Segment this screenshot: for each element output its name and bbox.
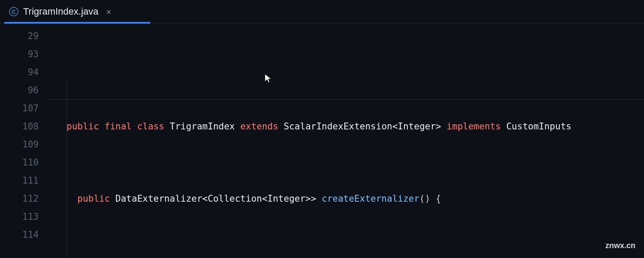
line-number: 114 [0,226,39,244]
line-number: 107 [0,99,39,117]
line-number: 93 [0,45,39,63]
code-line[interactable]: public final class TrigramIndex extends … [47,117,644,135]
line-number: 94 [0,63,39,81]
line-number: 113 [0,208,39,226]
line-number: 109 [0,135,39,154]
line-number: 29 [0,27,39,45]
line-number: 112 [0,190,39,208]
watermark: znwx.cn [605,241,635,250]
tab-bar: C TrigramIndex.java × [0,0,644,24]
indent-guide [67,81,67,258]
code-line[interactable]: public DataExternalizer<Collection<Integ… [47,190,644,208]
tab-active[interactable]: C TrigramIndex.java × [0,0,120,23]
line-number: 111 [0,172,39,190]
java-class-icon: C [9,6,19,17]
code-area[interactable]: public final class TrigramIndex extends … [47,24,644,258]
code-editor[interactable]: 29 93 94 96 107 108 109 110 111 112 113 … [0,24,644,258]
sticky-header-divider [47,99,644,100]
line-number: 110 [0,154,39,172]
tab-title: TrigramIndex.java [23,6,98,17]
svg-text:C: C [12,9,16,15]
line-number: 108 [0,117,39,135]
mouse-cursor-icon [264,73,273,84]
line-number [0,244,39,258]
close-icon[interactable]: × [106,6,111,17]
line-number-gutter: 29 93 94 96 107 108 109 110 111 112 113 … [0,24,47,258]
line-number: 96 [0,81,39,99]
